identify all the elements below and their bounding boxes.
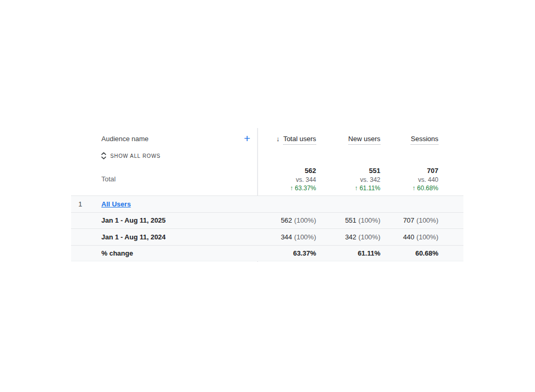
column-header-total-users[interactable]: ↓Total users bbox=[258, 135, 316, 143]
table-row-date-range-2024: Jan 1 - Aug 11, 2024 344(100%) 342(100%)… bbox=[71, 228, 463, 245]
cell-value: 63.37% bbox=[293, 249, 316, 257]
all-users-link[interactable]: All Users bbox=[101, 200, 131, 208]
column-header-sessions[interactable]: Sessions bbox=[380, 135, 438, 143]
cell-share: (100%) bbox=[416, 233, 438, 241]
cell-value: 61.11% bbox=[358, 249, 380, 257]
cell-sessions: 440(100%) bbox=[380, 233, 438, 241]
total-label: Total bbox=[101, 175, 115, 183]
show-all-rows-button[interactable]: SHOW ALL ROWS bbox=[101, 151, 160, 160]
cell-value: 440 bbox=[403, 233, 414, 241]
cell-value: 60.68% bbox=[415, 249, 438, 257]
total-value: 707 bbox=[380, 166, 438, 176]
show-all-rows-label: SHOW ALL ROWS bbox=[110, 153, 160, 159]
row-number: 1 bbox=[71, 200, 101, 208]
total-value: 551 bbox=[316, 166, 380, 176]
percent-change-label: % change bbox=[101, 249, 258, 257]
total-vs-value: vs. 440 bbox=[380, 176, 438, 184]
cell-total-users: 344(100%) bbox=[258, 233, 316, 241]
total-cell-new-users: 551 vs. 342 ↑ 61.11% bbox=[316, 163, 380, 192]
total-vs-value: vs. 344 bbox=[258, 176, 316, 184]
cell-value: 707 bbox=[403, 216, 414, 224]
date-range-label: Jan 1 - Aug 11, 2025 bbox=[101, 216, 258, 224]
cell-value: 342 bbox=[345, 233, 356, 241]
cell-share: (100%) bbox=[416, 216, 438, 224]
cell-share: (100%) bbox=[358, 216, 380, 224]
cell-new-users: 551(100%) bbox=[316, 216, 380, 224]
total-label-cell: Total bbox=[71, 163, 258, 192]
cell-new-users: 61.11% bbox=[316, 249, 380, 257]
table-row-all-users: 1 All Users bbox=[71, 195, 463, 212]
audiences-comparison-table: Audience name + ↓Total users New users S… bbox=[71, 128, 463, 262]
cell-sessions: 707(100%) bbox=[380, 216, 438, 224]
column-header-label: Sessions bbox=[411, 135, 438, 145]
date-range-label: Jan 1 - Aug 11, 2024 bbox=[101, 233, 258, 241]
table-header-row: Audience name + ↓Total users New users S… bbox=[71, 132, 463, 145]
cell-value: 562 bbox=[281, 216, 292, 224]
cell-sessions: 60.68% bbox=[380, 249, 438, 257]
table-row-percent-change: % change 63.37% 61.11% 60.68% bbox=[71, 245, 463, 262]
audience-name-header: Audience name bbox=[101, 135, 148, 143]
total-cell-sessions: 707 vs. 440 ↑ 60.68% bbox=[380, 163, 438, 192]
column-header-label: New users bbox=[348, 135, 380, 145]
column-header-label: Total users bbox=[283, 135, 316, 145]
totals-section: Total 562 vs. 344 ↑ 63.37% 551 vs. 342 ↑… bbox=[71, 163, 463, 192]
cell-new-users: 342(100%) bbox=[316, 233, 380, 241]
total-value: 562 bbox=[258, 166, 316, 176]
total-change-value: ↑ 63.37% bbox=[258, 184, 316, 192]
column-header-new-users[interactable]: New users bbox=[316, 135, 380, 143]
unfold-more-icon bbox=[101, 152, 107, 159]
table-body: 1 All Users Jan 1 - Aug 11, 2025 562(100… bbox=[71, 195, 463, 261]
total-cell-total-users: 562 vs. 344 ↑ 63.37% bbox=[258, 163, 316, 192]
total-change-value: ↑ 60.68% bbox=[380, 184, 438, 192]
page: Audience name + ↓Total users New users S… bbox=[0, 0, 535, 392]
cell-share: (100%) bbox=[294, 216, 316, 224]
cell-total-users: 562(100%) bbox=[258, 216, 316, 224]
sort-descending-icon: ↓ bbox=[276, 135, 280, 143]
cell-value: 344 bbox=[281, 233, 292, 241]
cell-share: (100%) bbox=[294, 233, 316, 241]
cell-share: (100%) bbox=[358, 233, 380, 241]
audience-name-header-cell: Audience name + bbox=[71, 132, 258, 145]
total-change-value: ↑ 61.11% bbox=[316, 184, 380, 192]
cell-value: 551 bbox=[345, 216, 356, 224]
cell-total-users: 63.37% bbox=[258, 249, 316, 257]
total-vs-value: vs. 342 bbox=[316, 176, 380, 184]
table-row-date-range-2025: Jan 1 - Aug 11, 2025 562(100%) 551(100%)… bbox=[71, 212, 463, 229]
add-audience-button[interactable]: + bbox=[244, 133, 250, 144]
